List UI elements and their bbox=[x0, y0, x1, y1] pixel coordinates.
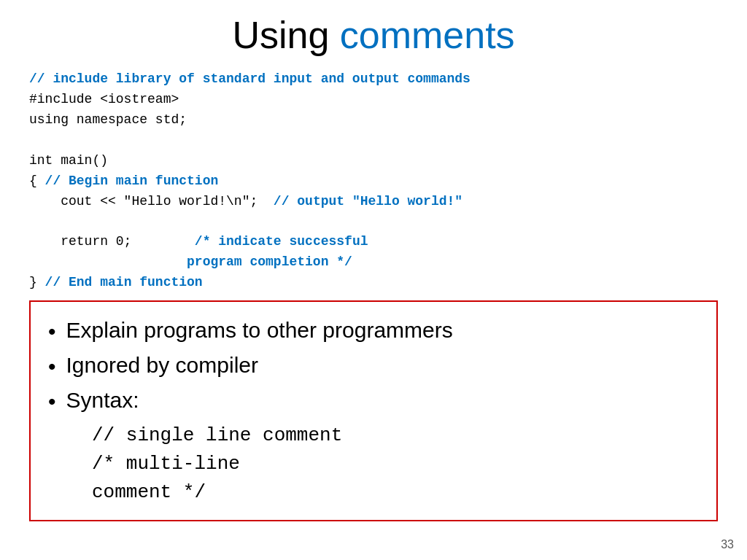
code-line7: cout << "Hello world!\n"; // output "Hel… bbox=[29, 192, 718, 212]
bullet-dot-3: • bbox=[48, 386, 56, 417]
code-section: // include library of standard input and… bbox=[29, 69, 718, 293]
syntax-multi-line2: comment */ bbox=[92, 478, 699, 507]
code-line11-comment: // End main function bbox=[45, 275, 203, 289]
title-highlight: comments bbox=[340, 14, 515, 56]
code-line4 bbox=[29, 131, 718, 151]
bullet-box: • Explain programs to other programmers … bbox=[29, 300, 718, 521]
code-line9-normal: return 0; bbox=[29, 234, 131, 249]
bullet-text-1: Explain programs to other programmers bbox=[66, 315, 699, 346]
code-line8 bbox=[29, 211, 718, 232]
code-line9: return 0; /* indicate successful bbox=[29, 232, 718, 252]
bullet-list: • Explain programs to other programmers … bbox=[48, 315, 699, 417]
code-line6-normal: { bbox=[29, 174, 45, 188]
code-line5: int main() bbox=[29, 151, 718, 171]
bullet-text-2: Ignored by compiler bbox=[66, 350, 699, 381]
code-line6-comment: // Begin main function bbox=[45, 174, 219, 188]
syntax-single-line: // single line comment bbox=[92, 421, 699, 450]
bullet-dot-1: • bbox=[48, 316, 56, 347]
code-line2: #include <iostream> bbox=[29, 90, 718, 110]
bullet-item-3: • Syntax: bbox=[48, 385, 699, 417]
title-prefix: Using bbox=[232, 14, 339, 56]
bullet-item-2: • Ignored by compiler bbox=[48, 350, 699, 382]
code-comment-line1: // include library of standard input and… bbox=[29, 69, 718, 90]
bullet-dot-2: • bbox=[48, 351, 56, 382]
code-line7-comment: // output "Hello world!" bbox=[258, 194, 462, 209]
code-line10: program completion */ bbox=[29, 252, 718, 273]
code-line3: using namespace std; bbox=[29, 110, 718, 131]
code-line11-normal: } bbox=[29, 275, 45, 289]
page-number: 33 bbox=[721, 538, 734, 551]
code-line6: { // Begin main function bbox=[29, 171, 718, 192]
slide: Using comments // include library of sta… bbox=[0, 0, 747, 560]
bullet-item-1: • Explain programs to other programmers bbox=[48, 315, 699, 347]
slide-title: Using comments bbox=[29, 15, 718, 56]
syntax-multi-line1: /* multi-line bbox=[92, 450, 699, 478]
code-line9-comment: /* indicate successful bbox=[131, 234, 368, 249]
code-line11: } // End main function bbox=[29, 273, 718, 293]
bullet-text-3: Syntax: bbox=[66, 385, 699, 416]
syntax-code-block: // single line comment /* multi-line com… bbox=[48, 421, 699, 507]
code-line7-normal: cout << "Hello world!\n"; bbox=[29, 194, 258, 209]
